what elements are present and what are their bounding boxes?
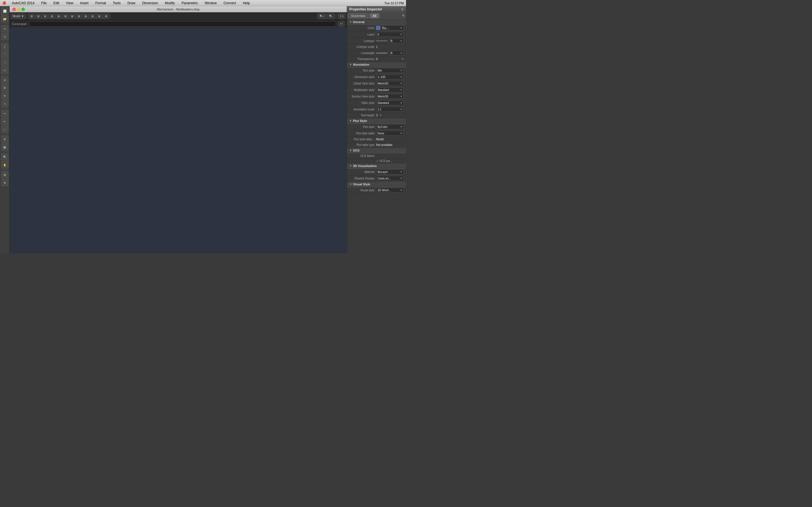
shadow-display-label: Shadow Display (349, 177, 376, 180)
tool-zoom[interactable]: 🔍 (1, 153, 8, 161)
tpmode-btn[interactable]: ⊞ (89, 13, 96, 19)
color-dropdown[interactable]: ByL... ▼ (380, 25, 404, 31)
menu-window[interactable]: Window (204, 1, 218, 5)
visual-style-dropdown[interactable]: 2D Wiref... ▼ (376, 187, 404, 193)
command-enter[interactable]: ↵ (338, 21, 345, 27)
ucs-per-label: UCS per... (379, 159, 392, 163)
tool-move[interactable]: ✛ (1, 76, 8, 83)
ducs-btn[interactable]: ⊞ (69, 13, 75, 19)
dimension-style-row: Dimension style 1–100 ▼ (347, 74, 406, 80)
tool-redo[interactable]: ↪ (1, 33, 8, 40)
section-view-style-value: Metric50 (377, 95, 388, 98)
annotation-scale-dropdown[interactable]: 1:1 ▼ (376, 107, 404, 112)
tool-undo[interactable]: ↩ (1, 25, 8, 33)
menu-edit[interactable]: Edit (52, 1, 60, 5)
polar-btn[interactable]: ⊞ (49, 13, 55, 19)
table-style-dropdown[interactable]: Standard ▼ (376, 100, 404, 105)
text-style-dropdown[interactable]: title ▼ (376, 68, 404, 73)
tool-hatch[interactable]: ▦ (1, 144, 8, 151)
tool-rotate[interactable]: ↻ (1, 92, 8, 100)
viz3d-section-header[interactable]: ▼ 3D Visualization (347, 163, 406, 169)
menu-help[interactable]: Help (242, 1, 251, 5)
menu-format[interactable]: Format (94, 1, 107, 5)
menu-file[interactable]: File (40, 1, 48, 5)
annotation-section-header[interactable]: ▼ Annotation (347, 62, 406, 67)
apple-menu[interactable]: 🍎 (2, 1, 6, 5)
snap-btn[interactable]: ⊞ (29, 13, 35, 19)
qp-btn[interactable]: ⊞ (96, 13, 102, 19)
menu-modify[interactable]: Modify (164, 1, 176, 5)
otrack-btn[interactable]: ⊞ (62, 13, 68, 19)
menu-draw[interactable]: Draw (126, 1, 137, 5)
linetype-dropdown[interactable]: B. ▼ (389, 38, 404, 43)
zoom-in-btn[interactable]: 🔍+ (317, 13, 326, 19)
tool-new[interactable]: ⬜ (1, 7, 8, 15)
tool-text[interactable]: A (1, 135, 8, 143)
general-section-header[interactable]: ▼ General (347, 19, 406, 25)
tool-rect[interactable]: ▭ (1, 66, 8, 74)
text-height-edit-icon[interactable]: ✎ (379, 114, 382, 117)
color-dropdown-arrow: ▼ (400, 27, 402, 29)
menu-insert[interactable]: Insert (79, 1, 90, 5)
annotation-scale-label: Annotation scale (349, 108, 376, 111)
detail-view-style-value: Metric50 (377, 82, 388, 85)
command-input[interactable] (29, 21, 336, 27)
tool-arc[interactable]: ⌒ (1, 51, 8, 58)
material-row: Material ByLayer ▼ (347, 169, 406, 175)
plot-table-type-value: Not available (376, 144, 393, 147)
window-maximize-btn[interactable] (21, 8, 25, 11)
tool-snap[interactable]: ⊕ (1, 179, 8, 186)
plot-style-dropdown[interactable]: ByColor ▼ (376, 124, 404, 129)
plot-style-dropdown-arrow: ▼ (400, 126, 402, 128)
tool-pan[interactable]: ✋ (1, 161, 8, 168)
shadow-display-dropdown[interactable]: Casts an... ▼ (376, 176, 404, 181)
lineweight-dropdown[interactable]: B. ▼ (389, 50, 404, 55)
plot-style-attac-value: Model (376, 138, 384, 141)
ortho-btn[interactable]: ⊞ (42, 13, 48, 19)
isnap-btn[interactable]: ⊞ (56, 13, 62, 19)
tool-line[interactable]: ╱ (1, 43, 8, 50)
tool-trim[interactable]: ✂ (1, 110, 8, 117)
window-minimize-btn[interactable] (17, 8, 20, 11)
props-tab-all[interactable]: All (370, 13, 379, 18)
props-tabs: Essentials All ✎ (347, 12, 406, 19)
dyn-btn[interactable]: ⊞ (76, 13, 82, 19)
menu-parametric[interactable]: Parametric (181, 1, 199, 5)
ucs-section-header[interactable]: ▼ UCS (347, 148, 406, 153)
tool-fillet[interactable]: ⌐ (1, 126, 8, 133)
tool-scale[interactable]: ⤡ (1, 100, 8, 107)
props-edit-icon[interactable]: ✎ (402, 14, 405, 18)
lineweight-dropdown-arrow: ▼ (400, 52, 402, 54)
sc-btn[interactable]: ⊞ (103, 13, 109, 19)
material-dropdown-arrow: ▼ (400, 171, 402, 173)
window-close-btn[interactable] (12, 8, 16, 11)
tool-open[interactable]: 📂 (1, 15, 8, 22)
model-tab-btn[interactable]: Model ▼ (11, 13, 26, 19)
plot-style-table-dropdown[interactable]: None ▼ (376, 131, 404, 136)
color-swatch (376, 26, 380, 30)
detail-view-style-dropdown[interactable]: Metric50 ▼ (376, 81, 404, 86)
plot-style-section-header[interactable]: ▼ Plot Style (347, 118, 406, 124)
dimension-style-dropdown[interactable]: 1–100 ▼ (376, 74, 404, 79)
menu-connect[interactable]: Connect (222, 1, 238, 5)
menu-tools[interactable]: Tools (112, 1, 122, 5)
layer-dropdown[interactable]: 0 ▼ (376, 32, 404, 37)
tool-extend[interactable]: ⊢ (1, 118, 8, 125)
tool-circle[interactable]: ○ (1, 59, 8, 66)
multileader-style-dropdown[interactable]: Standard ▼ (376, 87, 404, 93)
menu-dimension[interactable]: Dimension (141, 1, 159, 5)
plot-style-table-dropdown-arrow: ▼ (400, 132, 402, 135)
menu-view[interactable]: View (65, 1, 74, 5)
grid-btn[interactable]: ⊞ (35, 13, 42, 19)
props-settings-icon[interactable]: ⚙ (401, 8, 404, 11)
lweight-btn[interactable]: ⊞ (83, 13, 89, 19)
props-tab-essentials[interactable]: Essentials (348, 13, 368, 18)
material-dropdown[interactable]: ByLayer ▼ (376, 169, 404, 174)
transparency-edit-icon[interactable]: ✎ (402, 57, 404, 61)
zoom-out-btn[interactable]: 🔍- (327, 13, 335, 19)
visual-style-section-header[interactable]: ▼ Visual Style (347, 182, 406, 187)
menu-autocad[interactable]: AutoCAD 2014 (11, 1, 36, 5)
tool-grid[interactable]: ⊞ (1, 171, 8, 178)
tool-copy[interactable]: ⧉ (1, 84, 8, 92)
section-view-style-dropdown[interactable]: Metric50 ▼ (376, 94, 404, 99)
